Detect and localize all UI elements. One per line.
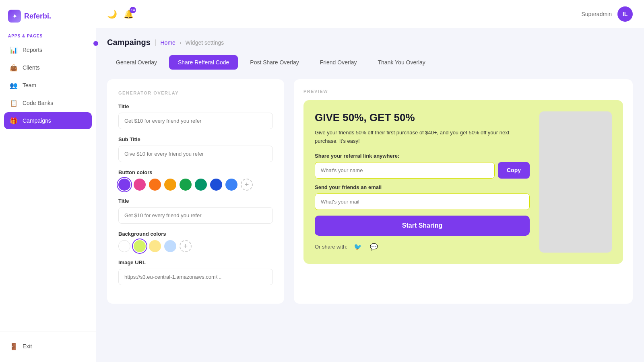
color-swatch-green[interactable] (180, 179, 192, 191)
color-swatch-pink[interactable] (134, 179, 146, 191)
avatar[interactable]: IL (617, 6, 633, 22)
image-url-input[interactable] (118, 269, 273, 285)
sidebar-item-label: Campaigns (23, 117, 51, 124)
breadcrumb-home[interactable]: Home (161, 39, 175, 46)
bg-swatch-white[interactable] (118, 240, 130, 252)
image-url-label: Image URL (118, 259, 273, 265)
editor-panel: GENERATOR OVERLAY Title Sub Title Button… (107, 79, 284, 304)
color-swatch-blue[interactable] (225, 179, 237, 191)
page-title: Campaings (107, 38, 151, 47)
tab-general-overlay[interactable]: General Overlay (107, 55, 166, 70)
email-input[interactable] (315, 193, 530, 210)
color-swatch-darkblue[interactable] (210, 179, 222, 191)
button-colors-label: Button colors (118, 169, 273, 175)
preview-heading: GIVE 50%, GET 50% (315, 111, 530, 124)
social-share-row: Or share with: 🐦 💬 (315, 241, 530, 253)
exit-icon: 🚪 (10, 342, 18, 350)
preview-image (539, 111, 612, 253)
sidebar-footer: 🚪 Exit (0, 331, 96, 362)
sidebar-item-label: Reports (23, 47, 42, 53)
tab-post-share-overlay[interactable]: Post Share Overlay (241, 55, 308, 70)
preview-share-label: Share your referral link anywhere: (315, 153, 530, 159)
tabs-bar: General Overlay Share Refferal Code Post… (107, 55, 633, 70)
main-content: 🌙 🔔 14 Superadmin IL Campaings | Home › … (96, 0, 644, 362)
whatsapp-icon[interactable]: 💬 (368, 241, 380, 253)
logo-text: Referbi. (24, 12, 51, 21)
active-indicator (93, 41, 98, 46)
sidebar-item-campaigns[interactable]: 🎁 Campaigns (4, 112, 92, 129)
bg-swatch-peach[interactable] (149, 240, 161, 252)
sidebar-item-label: Team (23, 82, 36, 88)
codebanks-icon: 📋 (10, 99, 18, 107)
color-swatch-amber[interactable] (164, 179, 176, 191)
color-swatch-orange[interactable] (149, 179, 161, 191)
sidebar-item-label: Clients (23, 64, 40, 71)
background-color-swatches: + (118, 240, 273, 252)
twitter-icon[interactable]: 🐦 (352, 241, 363, 253)
sidebar-item-label: Code Banks (23, 100, 53, 106)
sidebar-item-team[interactable]: 👥 Team (4, 77, 92, 94)
sidebar-nav: 📊 Reports 👜 Clients 👥 Team 📋 Code Banks … (0, 40, 96, 331)
sidebar-section-label: APPS & PAGES (0, 31, 96, 40)
page-content: Campaings | Home › Widget settings Gener… (96, 28, 644, 362)
title-input[interactable] (118, 113, 273, 129)
campaigns-icon: 🎁 (10, 117, 18, 125)
sidebar-item-code-banks[interactable]: 📋 Code Banks (4, 95, 92, 111)
subtitle-input[interactable] (118, 146, 273, 162)
copy-button[interactable]: Copy (498, 162, 530, 179)
username-label: Superadmin (582, 11, 612, 17)
notification-badge: 14 (130, 7, 136, 13)
tab-thank-you-overlay[interactable]: Thank You Overlay (369, 55, 434, 70)
sidebar: ✦ Referbi. APPS & PAGES 📊 Reports 👜 Clie… (0, 0, 96, 362)
breadcrumb: Campaings | Home › Widget settings (107, 38, 633, 47)
background-colors-group: Background colors + (118, 231, 273, 252)
bg-swatch-lime[interactable] (134, 240, 146, 252)
button-colors-group: Button colors + (118, 169, 273, 191)
editor-layout: GENERATOR OVERLAY Title Sub Title Button… (107, 79, 633, 304)
title2-input[interactable] (118, 207, 273, 224)
referral-name-input[interactable] (315, 162, 495, 179)
topbar: 🌙 🔔 14 Superadmin IL (96, 0, 644, 28)
reports-icon: 📊 (10, 46, 18, 54)
referral-link-row: Copy (315, 162, 530, 179)
preview-section-label: PREVIEW (303, 89, 623, 94)
notification-button[interactable]: 🔔 14 (124, 9, 134, 19)
title-label: Title (118, 103, 273, 109)
tab-share-referral-code[interactable]: Share Refferal Code (169, 55, 238, 70)
preview-card: GIVE 50%, GET 50% Give your friends 50% … (303, 100, 623, 264)
team-icon: 👥 (10, 81, 18, 89)
image-url-field-group: Image URL (118, 259, 273, 285)
sidebar-item-label: Exit (23, 343, 32, 350)
title-field-group: Title (118, 103, 273, 129)
sidebar-item-clients[interactable]: 👜 Clients (4, 59, 92, 76)
tab-friend-overlay[interactable]: Friend Overlay (311, 55, 366, 70)
sidebar-item-exit[interactable]: 🚪 Exit (4, 338, 92, 355)
breadcrumb-current: Widget settings (186, 39, 224, 46)
preview-description: Give your friends 50% off their first pu… (315, 129, 530, 146)
topbar-left: 🌙 🔔 14 (107, 9, 134, 19)
add-bg-color-button[interactable]: + (180, 240, 192, 252)
subtitle-field-group: Sub Title (118, 136, 273, 162)
theme-toggle-icon[interactable]: 🌙 (107, 9, 117, 19)
background-colors-label: Background colors (118, 231, 273, 237)
social-label: Or share with: (315, 244, 347, 250)
button-color-swatches: + (118, 179, 273, 191)
generator-overlay-label: GENERATOR OVERLAY (118, 90, 273, 95)
logo-icon: ✦ (8, 10, 21, 23)
preview-email-label: Send your friends an email (315, 184, 530, 190)
add-color-button[interactable]: + (241, 179, 253, 191)
title2-field-group: Title (118, 198, 273, 224)
title2-label: Title (118, 198, 273, 204)
logo: ✦ Referbi. (0, 0, 96, 31)
bg-swatch-lightblue[interactable] (164, 240, 176, 252)
preview-left-content: GIVE 50%, GET 50% Give your friends 50% … (315, 111, 530, 253)
color-swatch-teal[interactable] (195, 179, 207, 191)
color-swatch-purple[interactable] (118, 179, 130, 191)
sidebar-item-reports[interactable]: 📊 Reports (4, 41, 92, 58)
preview-panel: PREVIEW GIVE 50%, GET 50% Give your frie… (294, 79, 633, 304)
start-sharing-button[interactable]: Start Sharing (315, 216, 530, 236)
clients-icon: 👜 (10, 64, 18, 72)
topbar-right: Superadmin IL (582, 6, 633, 22)
subtitle-label: Sub Title (118, 136, 273, 142)
